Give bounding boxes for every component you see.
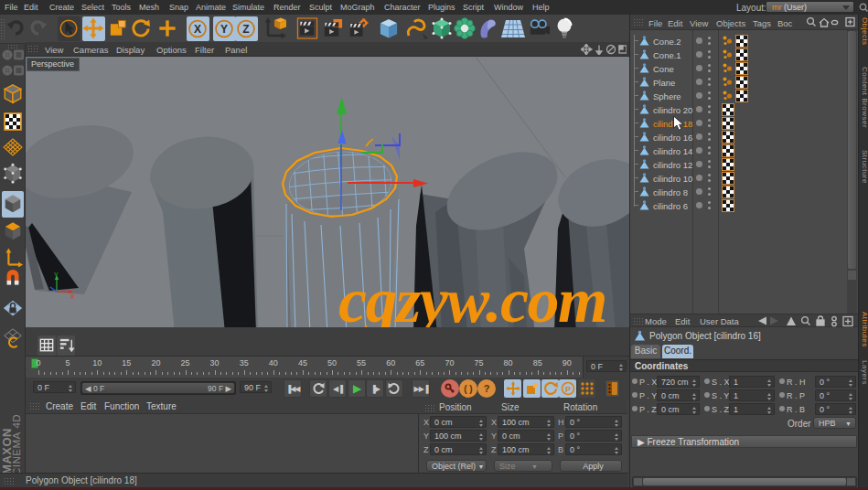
svg-text:Y: Y <box>54 272 59 278</box>
svg-text:X: X <box>70 293 75 300</box>
svg-text:cgzyw.com: cgzyw.com <box>338 265 606 327</box>
svg-text:Y: Y <box>220 23 228 36</box>
svg-text:X: X <box>194 23 201 36</box>
svg-text:P: P <box>564 385 570 394</box>
svg-text:Z: Z <box>242 23 249 36</box>
